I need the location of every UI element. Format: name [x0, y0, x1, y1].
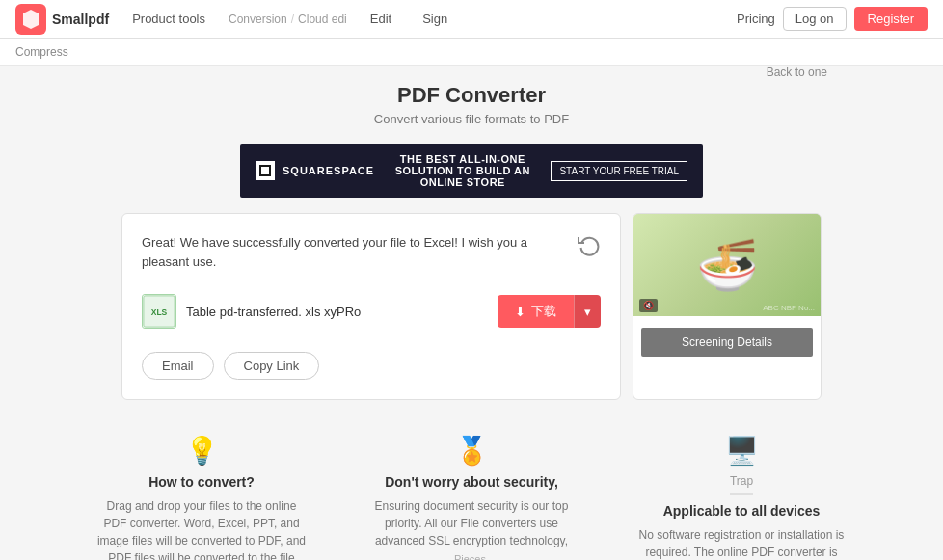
feature-security-title: Don't worry about security, — [365, 474, 578, 490]
ad-side-image: 🍜 🔇 ABC NBF No... — [633, 214, 821, 316]
email-button[interactable]: Email — [142, 352, 214, 380]
login-button[interactable]: Log on — [783, 7, 847, 31]
feature-how-title: How to convert? — [95, 474, 308, 490]
ad-cta[interactable]: START YOUR FREE TRIAL — [551, 161, 687, 181]
action-row: Email Copy Link — [142, 352, 601, 380]
file-row: XLS Table pd-transferred. xls xyPRo ⬇ 下载… — [142, 294, 601, 329]
title-wrapper: PDF Converter Convert various file forma… — [0, 66, 943, 136]
feature-how-desc: Drag and drop your files to the online P… — [95, 497, 308, 560]
feature-how-to: 💡 How to convert? Drag and drop your fil… — [95, 435, 308, 560]
nav-edit[interactable]: Edit — [363, 8, 399, 30]
ad-side: ✕ i 🍜 🔇 ABC NBF No... Screening Details — [633, 213, 822, 400]
feature-devices: 🖥️ Trap Applicable to all devices No sof… — [635, 435, 848, 560]
features-row: 💡 How to convert? Drag and drop your fil… — [0, 408, 943, 560]
pricing-link[interactable]: Pricing — [737, 12, 775, 26]
download-arrow-icon: ⬇ — [515, 305, 525, 319]
copy-link-button[interactable]: Copy Link — [224, 352, 320, 380]
mute-icon: 🔇 — [639, 299, 658, 312]
page-subtitle: Convert various file formats to PDF — [0, 112, 943, 126]
feature-security-desc: Ensuring document security is our top pr… — [365, 497, 578, 549]
video-time: ABC NBF No... — [763, 304, 815, 312]
ad-logo: SQUARESPACE — [256, 161, 374, 180]
devices-icon: 🖥️ — [635, 435, 848, 467]
logo[interactable]: Smallpdf — [15, 4, 109, 35]
page-title: PDF Converter — [0, 83, 943, 108]
sub-nav: Compress — [0, 39, 943, 66]
ad-person-emoji: 🍜 — [696, 236, 759, 295]
breadcrumb: Conversion / Cloud edi — [229, 13, 347, 26]
feature-security-faded: Pieces. — [365, 553, 578, 560]
file-info: XLS Table pd-transferred. xls xyPRo — [142, 294, 361, 329]
download-button[interactable]: ⬇ 下载 — [498, 295, 574, 328]
squarespace-logo-icon — [256, 161, 275, 180]
feature-divider — [730, 493, 753, 495]
success-message: Great! We have successfully converted yo… — [142, 233, 547, 271]
feature-devices-title: Applicable to all devices — [635, 503, 848, 519]
success-area: Great! We have successfully converted yo… — [142, 233, 601, 271]
lightbulb-icon: 💡 — [95, 435, 308, 467]
download-label: 下载 — [531, 303, 556, 320]
conversion-card: Great! We have successfully converted yo… — [121, 213, 621, 400]
header-right: Pricing Log on Register — [737, 7, 928, 31]
trap-label: Trap — [635, 474, 848, 488]
register-button[interactable]: Register — [854, 7, 928, 31]
main-content: Great! We have successfully converted yo… — [0, 205, 943, 408]
svg-text:XLS: XLS — [151, 307, 168, 317]
breadcrumb-sep: / — [291, 13, 294, 26]
ad-text: THE BEST ALL-IN-ONE SOLUTION TO BUILD AN… — [374, 153, 551, 188]
breadcrumb-cloud: Cloud edi — [298, 13, 347, 26]
ad-brand-name: SQUARESPACE — [283, 165, 374, 176]
feature-devices-desc: No software registration or installation… — [635, 526, 848, 560]
svg-rect-1 — [260, 166, 270, 175]
header: Smallpdf Product tools Conversion / Clou… — [0, 0, 943, 39]
download-group: ⬇ 下载 ▾ — [498, 295, 601, 328]
refresh-icon[interactable] — [578, 233, 601, 256]
download-caret-button[interactable]: ▾ — [574, 295, 601, 328]
nav-sign[interactable]: Sign — [415, 8, 455, 30]
file-name: Table pd-transferred. xls xyPRo — [186, 305, 361, 319]
logo-icon — [15, 4, 46, 35]
logo-text: Smallpdf — [52, 12, 109, 27]
screening-details-button[interactable]: Screening Details — [641, 328, 813, 357]
ad-side-bottom: Screening Details — [633, 316, 821, 364]
ad-banner: SQUARESPACE THE BEST ALL-IN-ONE SOLUTION… — [240, 144, 703, 198]
feature-security: 🏅 Don't worry about security, Ensuring d… — [365, 435, 578, 560]
breadcrumb-conversion: Conversion — [229, 13, 287, 26]
back-zone-link[interactable]: Back to one — [767, 66, 827, 79]
file-icon: XLS — [142, 294, 176, 329]
nav-product-tools[interactable]: Product tools — [124, 8, 213, 30]
sub-nav-compress[interactable]: Compress — [15, 45, 68, 59]
medal-icon: 🏅 — [365, 435, 578, 467]
